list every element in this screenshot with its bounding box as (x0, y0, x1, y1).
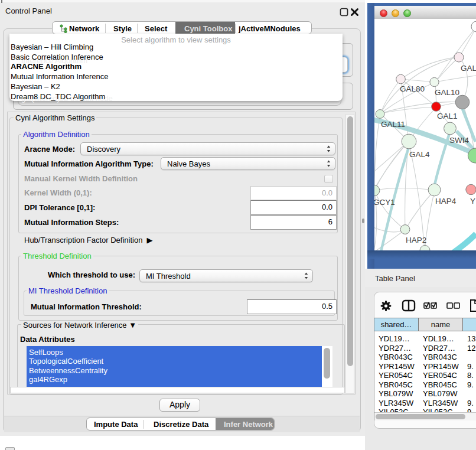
svg-text:GAL80: GAL80 (400, 84, 425, 93)
svg-text:GAL1: GAL1 (437, 112, 458, 120)
svg-text:Y: Y (470, 197, 475, 206)
svg-text:GAL11: GAL11 (381, 120, 405, 129)
svg-text:SWI4: SWI4 (449, 136, 469, 145)
svg-text:GAL10: GAL10 (435, 88, 459, 97)
svg-text:HAP4: HAP4 (435, 197, 457, 206)
svg-text:GAL2: GAL2 (461, 64, 476, 73)
svg-text:HAP2: HAP2 (406, 236, 426, 244)
svg-text:GCY1: GCY1 (374, 198, 395, 207)
svg-text:GAL4: GAL4 (409, 150, 430, 159)
